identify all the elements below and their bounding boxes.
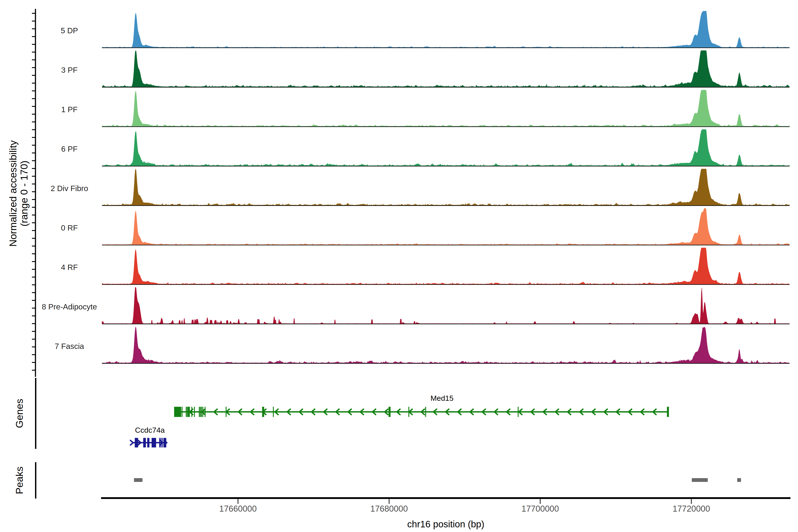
coverage-plot: Normalized accessibility (range 0 - 170)…	[0, 0, 798, 532]
gene-exon	[425, 407, 426, 417]
track-label-4-rf: 4 RF	[18, 262, 120, 273]
y-axis-label-line1: Normalized accessibility	[7, 140, 19, 247]
gene-exon	[160, 438, 162, 448]
gene-exon	[667, 407, 669, 417]
genes-section-label: Genes	[14, 399, 25, 428]
x-tick-label-17700000: 17700000	[521, 504, 559, 514]
gene-exon	[164, 438, 166, 448]
coverage-track-6-pf	[102, 130, 790, 166]
gene-exon	[273, 407, 274, 417]
coverage-track-7-fascia	[102, 327, 790, 363]
gene-exon	[152, 438, 156, 448]
gene-exon	[388, 407, 391, 417]
track-label-1-pf: 1 PF	[18, 104, 120, 115]
coverage-track-3-pf	[102, 51, 790, 87]
track-label-2-div-fibro: 2 Div Fibro	[18, 183, 120, 194]
gene-exon	[186, 407, 187, 417]
gene-exon	[226, 407, 227, 417]
x-tick-label-17660000: 17660000	[219, 504, 257, 514]
track-label-5-dp: 5 DP	[18, 25, 120, 36]
peak-interval-box	[134, 478, 142, 482]
gene-exon	[518, 407, 519, 417]
coverage-track-5-dp	[102, 11, 790, 48]
gene-exon	[174, 407, 181, 417]
coverage-signal	[102, 51, 790, 87]
coverage-signal	[102, 90, 790, 126]
gene-exon	[143, 438, 146, 448]
gene-exon	[135, 438, 138, 448]
peaks-section-label: Peaks	[14, 467, 25, 494]
coverage-signal	[102, 169, 790, 205]
peak-interval-box	[737, 478, 741, 482]
gene-exon	[408, 407, 409, 417]
peaks-section	[36, 462, 741, 498]
coverage-signal	[102, 327, 790, 363]
gene-exon	[194, 407, 195, 417]
gene-exon	[188, 407, 190, 417]
track-label-3-pf: 3 PF	[18, 65, 120, 75]
coverage-signal	[102, 287, 790, 324]
x-tick-label-17680000: 17680000	[370, 504, 408, 514]
coverage-track-1-pf	[102, 90, 790, 127]
coverage-signal	[102, 208, 790, 245]
gene-exon	[200, 407, 201, 417]
gene-exon	[205, 407, 206, 417]
track-label-7-fascia: 7 Fascia	[18, 341, 120, 352]
coverage-track-8-pre-adipocyte	[102, 287, 790, 324]
coverage-track-0-rf	[102, 208, 790, 245]
gene-exon	[199, 407, 200, 417]
gene-exon	[201, 407, 202, 417]
x-axis	[101, 498, 791, 504]
gene-exon	[162, 438, 163, 448]
genes-section	[36, 378, 669, 449]
coverage-signal	[102, 11, 790, 48]
coverage-signal	[102, 130, 790, 166]
gene-exon	[182, 407, 183, 417]
track-label-8-pre-adipocyte: 8 Pre-Adipocyte	[18, 302, 120, 312]
plus-strand-arrowhead	[130, 440, 133, 445]
gene-exon	[191, 407, 192, 417]
coverage-track-4-rf	[102, 248, 790, 285]
gene-exon	[159, 438, 160, 448]
track-label-6-pf: 6 PF	[18, 144, 120, 154]
gene-exon	[147, 438, 149, 448]
gene-ccdc74a	[130, 438, 167, 448]
gene-label-med15: Med15	[431, 394, 454, 402]
gene-exon	[202, 407, 203, 417]
gene-exon	[187, 407, 188, 417]
gene-label-ccdc74a: Ccdc74a	[135, 426, 165, 435]
gene-exon	[262, 407, 264, 417]
x-tick-label-17720000: 17720000	[672, 504, 710, 514]
track-label-0-rf: 0 RF	[18, 223, 120, 233]
peak-interval-box	[692, 478, 708, 482]
coverage-track-2-div-fibro	[102, 169, 790, 206]
x-axis-title: chr16 position (bp)	[407, 519, 484, 530]
coverage-signal	[102, 248, 790, 284]
gene-med15	[174, 407, 669, 417]
